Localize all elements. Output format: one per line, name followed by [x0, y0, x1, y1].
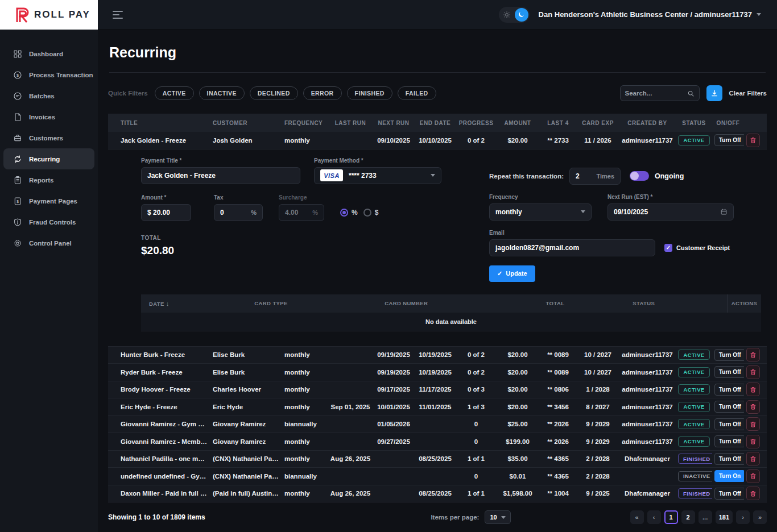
filter-pill-error[interactable]: ERROR [303, 86, 342, 100]
delete-button[interactable] [746, 134, 760, 147]
page-button-1[interactable]: 1 [664, 510, 678, 524]
page-button-181[interactable]: 181 [716, 510, 733, 524]
turn-off-button[interactable]: Turn Off [714, 435, 744, 447]
email-input[interactable]: jagolden0827@gmail.com [489, 239, 655, 256]
page-button-2[interactable]: 2 [681, 510, 695, 524]
payment-title-input[interactable]: Jack Golden - Freeze [141, 167, 300, 184]
sidebar-item-fraud-controls[interactable]: Fraud Controls [3, 211, 94, 232]
next-run-date-input[interactable]: 09/10/2025 [607, 203, 734, 221]
filter-pill-finished[interactable]: FINISHED [347, 86, 392, 100]
column-header-last-run[interactable]: LAST RUN [328, 120, 373, 126]
brand-logo[interactable]: ROLL PAY [0, 0, 98, 30]
amount-input[interactable]: $ 20.00 [141, 204, 191, 221]
sidebar-item-reports[interactable]: Reports [3, 169, 94, 190]
table-row[interactable]: Daxon Miller - Paid in full membershi...… [108, 485, 767, 503]
light-mode-sun-icon[interactable] [500, 8, 514, 22]
trash-icon [750, 455, 757, 463]
turn-off-button[interactable]: Turn Off [714, 418, 744, 430]
table-row[interactable]: Hunter Burk - FreezeElise Burkmonthly09/… [108, 347, 767, 364]
payment-method-select[interactable]: VISA **** 2733 [314, 167, 441, 184]
sidebar-item-payment-pages[interactable]: $Payment Pages [3, 190, 94, 211]
turn-off-button[interactable]: Turn Off [714, 453, 744, 465]
table-row[interactable]: Giovanni Ramirez - Gym Enhanceme...Giova… [108, 416, 767, 434]
cell-card-exp: 10 / 2027 [577, 369, 619, 376]
turn-off-button[interactable]: Turn Off [714, 401, 744, 413]
column-header-progress[interactable]: PROGRESS [456, 120, 496, 126]
column-header-status[interactable]: STATUS [676, 120, 712, 126]
export-download-button[interactable] [706, 85, 722, 101]
ongoing-toggle[interactable] [630, 171, 649, 181]
turn-off-button[interactable]: Turn Off [714, 384, 744, 396]
delete-button[interactable] [746, 469, 760, 483]
table-row[interactable]: Nathaniel Padilla - one month gym M...(C… [108, 451, 767, 468]
search-box [620, 85, 700, 101]
sort-desc-icon: ↓ [166, 300, 170, 307]
table-row[interactable]: Ryder Burk - FreezeElise Burkmonthly09/1… [108, 364, 767, 381]
delete-button[interactable] [746, 383, 760, 396]
repeat-times-input[interactable]: 2Times [569, 168, 621, 185]
delete-button[interactable] [746, 348, 760, 361]
expanded-row-editor: Payment Title * Jack Golden - Freeze Pay… [108, 149, 767, 347]
grid-icon [13, 49, 22, 59]
column-header-last-4[interactable]: LAST 4 [539, 120, 577, 126]
customer-receipt-checkbox[interactable]: ✓ [664, 244, 672, 252]
delete-button[interactable] [746, 435, 760, 448]
filter-pill-declined[interactable]: DECLINED [250, 86, 298, 100]
update-button[interactable]: ✓ Update [489, 265, 535, 282]
account-menu[interactable]: Dan Henderson's Athletic Business Center… [539, 10, 761, 19]
column-header-frequency[interactable]: FREQUENCY [282, 120, 328, 126]
total-value: $20.80 [141, 244, 482, 257]
table-row[interactable]: undefined undefined - Gym Enhance...(CNX… [108, 468, 767, 485]
column-header-card-exp[interactable]: CARD EXP [577, 120, 619, 126]
sidebar-item-batches[interactable]: Batches [3, 85, 94, 106]
table-row[interactable]: Giovanni Ramirez - MembershipGiovany Ram… [108, 433, 767, 451]
column-header-customer[interactable]: CUSTOMER [210, 120, 282, 126]
surcharge-percent-radio[interactable] [340, 209, 348, 217]
table-row[interactable]: Brody Hoover - FreezeCharles Hoovermonth… [108, 381, 767, 399]
dark-mode-moon-icon[interactable] [515, 8, 528, 22]
sidebar-item-recurring[interactable]: Recurring [3, 148, 94, 169]
turn-off-button[interactable]: Turn Off [714, 366, 744, 378]
filter-pill-inactive[interactable]: INACTIVE [199, 86, 245, 100]
column-header-created-by[interactable]: CREATED BY [619, 120, 676, 126]
search-input[interactable] [625, 90, 687, 97]
column-header-end-date[interactable]: END DATE [414, 120, 456, 126]
menu-toggle-icon[interactable] [113, 11, 123, 19]
sidebar-item-customers[interactable]: Customers [3, 127, 94, 148]
turn-off-button[interactable]: Turn Off [714, 349, 744, 361]
surcharge-dollar-radio[interactable] [363, 209, 371, 217]
turn-off-button[interactable]: Turn Off [714, 134, 744, 146]
items-per-page-select[interactable]: 10 [485, 510, 510, 524]
table-row[interactable]: Jack Golden - FreezeJosh Goldenmonthly09… [108, 132, 767, 149]
page-nav-button[interactable]: › [736, 510, 750, 524]
page-nav-button[interactable]: ... [699, 510, 712, 524]
tax-input[interactable]: 0% [214, 204, 263, 221]
turn-on-button[interactable]: Turn On [714, 470, 744, 482]
clear-filters-button[interactable]: Clear Filters [729, 90, 767, 97]
sidebar-item-dashboard[interactable]: Dashboard [3, 43, 94, 64]
cell-progress: 0 [456, 473, 496, 480]
delete-button[interactable] [746, 452, 760, 466]
sidebar-item-process-transaction[interactable]: $Process Transaction [3, 64, 94, 85]
filter-pill-active[interactable]: ACTIVE [155, 86, 194, 100]
inner-column-header-date[interactable]: DATE ↓ [141, 300, 246, 307]
sidebar-item-invoices[interactable]: Invoices [3, 106, 94, 127]
table-row[interactable]: Eric Hyde - FreezeEric HydemonthlySep 01… [108, 398, 767, 416]
filter-pill-failed[interactable]: FAILED [398, 86, 436, 100]
delete-button[interactable] [746, 417, 760, 431]
page-nav-button[interactable]: » [753, 510, 767, 524]
column-header-on-off[interactable]: ON/OFF [712, 120, 744, 126]
cell-created-by: adminuser11737 [619, 421, 676, 427]
page-nav-button[interactable]: « [630, 510, 644, 524]
column-header-next-run[interactable]: NEXT RUN [373, 120, 414, 126]
turn-off-button[interactable]: Turn Off [714, 488, 744, 500]
cell-last4: ** 3456 [539, 404, 577, 410]
column-header-amount[interactable]: AMOUNT [496, 120, 539, 126]
frequency-select[interactable]: monthly [489, 203, 592, 221]
column-header-title[interactable]: TITLE [108, 120, 210, 126]
delete-button[interactable] [746, 365, 760, 379]
page-nav-button[interactable]: ‹ [647, 510, 661, 524]
delete-button[interactable] [746, 487, 760, 500]
delete-button[interactable] [746, 400, 760, 414]
sidebar-item-control-panel[interactable]: Control Panel [3, 232, 94, 253]
